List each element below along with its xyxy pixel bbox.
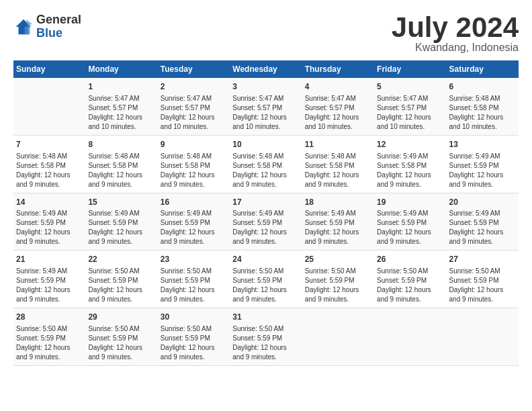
title-block: July 2024 Kwandang, Indonesia <box>392 13 519 54</box>
calendar-cell: 6Sunrise: 5:48 AM Sunset: 5:58 PM Daylig… <box>447 78 519 135</box>
calendar-cell <box>374 308 446 366</box>
day-number: 24 <box>232 254 299 265</box>
day-info: Sunrise: 5:49 AM Sunset: 5:59 PM Dayligh… <box>377 209 443 246</box>
logo-general-text: General <box>36 13 81 27</box>
day-number: 25 <box>305 254 371 265</box>
calendar-week-row: 1Sunrise: 5:47 AM Sunset: 5:57 PM Daylig… <box>13 78 519 135</box>
month-title: July 2024 <box>392 13 519 42</box>
calendar-cell: 29Sunrise: 5:50 AM Sunset: 5:59 PM Dayli… <box>85 308 157 366</box>
calendar-cell: 8Sunrise: 5:48 AM Sunset: 5:58 PM Daylig… <box>85 135 157 193</box>
day-info: Sunrise: 5:50 AM Sunset: 5:59 PM Dayligh… <box>88 267 154 304</box>
calendar-cell: 7Sunrise: 5:48 AM Sunset: 5:58 PM Daylig… <box>13 135 85 193</box>
calendar-cell: 9Sunrise: 5:48 AM Sunset: 5:58 PM Daylig… <box>158 135 230 193</box>
day-number: 23 <box>161 254 227 265</box>
day-number: 18 <box>305 197 371 208</box>
calendar-cell: 11Sunrise: 5:48 AM Sunset: 5:58 PM Dayli… <box>302 135 374 193</box>
day-number: 29 <box>88 312 154 323</box>
day-info: Sunrise: 5:50 AM Sunset: 5:59 PM Dayligh… <box>232 324 299 362</box>
day-number: 4 <box>305 81 371 93</box>
calendar-cell: 3Sunrise: 5:47 AM Sunset: 5:57 PM Daylig… <box>230 78 302 135</box>
day-info: Sunrise: 5:48 AM Sunset: 5:58 PM Dayligh… <box>88 152 154 189</box>
calendar-cell: 10Sunrise: 5:48 AM Sunset: 5:58 PM Dayli… <box>230 135 302 193</box>
day-number: 13 <box>449 139 516 150</box>
day-number: 22 <box>88 254 154 265</box>
calendar-week-row: 28Sunrise: 5:50 AM Sunset: 5:59 PM Dayli… <box>13 308 519 366</box>
day-info: Sunrise: 5:49 AM Sunset: 5:59 PM Dayligh… <box>16 209 83 246</box>
calendar-cell: 15Sunrise: 5:49 AM Sunset: 5:59 PM Dayli… <box>85 193 157 250</box>
calendar-cell: 2Sunrise: 5:47 AM Sunset: 5:57 PM Daylig… <box>158 78 230 135</box>
day-info: Sunrise: 5:50 AM Sunset: 5:59 PM Dayligh… <box>377 267 443 304</box>
weekday-header: Thursday <box>302 60 374 78</box>
weekday-header: Sunday <box>13 60 85 78</box>
calendar-cell: 30Sunrise: 5:50 AM Sunset: 5:59 PM Dayli… <box>158 308 230 366</box>
weekday-header: Monday <box>85 60 157 78</box>
calendar-cell: 22Sunrise: 5:50 AM Sunset: 5:59 PM Dayli… <box>85 250 157 308</box>
day-number: 27 <box>449 254 516 265</box>
calendar-week-row: 7Sunrise: 5:48 AM Sunset: 5:58 PM Daylig… <box>13 135 519 193</box>
day-number: 20 <box>449 197 516 208</box>
day-info: Sunrise: 5:50 AM Sunset: 5:59 PM Dayligh… <box>449 267 516 304</box>
day-info: Sunrise: 5:50 AM Sunset: 5:59 PM Dayligh… <box>305 267 371 304</box>
day-info: Sunrise: 5:47 AM Sunset: 5:57 PM Dayligh… <box>305 94 371 132</box>
calendar-cell: 21Sunrise: 5:49 AM Sunset: 5:59 PM Dayli… <box>13 250 85 308</box>
day-info: Sunrise: 5:50 AM Sunset: 5:59 PM Dayligh… <box>161 324 227 362</box>
day-info: Sunrise: 5:48 AM Sunset: 5:58 PM Dayligh… <box>161 152 227 189</box>
weekday-header: Wednesday <box>230 60 302 78</box>
weekday-header: Friday <box>374 60 446 78</box>
calendar-cell: 26Sunrise: 5:50 AM Sunset: 5:59 PM Dayli… <box>374 250 446 308</box>
calendar-table: SundayMondayTuesdayWednesdayThursdayFrid… <box>13 60 519 366</box>
day-number: 10 <box>232 139 299 150</box>
weekday-header: Tuesday <box>158 60 230 78</box>
day-number: 8 <box>88 139 154 150</box>
day-number: 2 <box>161 81 227 93</box>
day-info: Sunrise: 5:50 AM Sunset: 5:59 PM Dayligh… <box>161 267 227 304</box>
calendar-cell: 13Sunrise: 5:49 AM Sunset: 5:59 PM Dayli… <box>447 135 519 193</box>
calendar-cell: 24Sunrise: 5:50 AM Sunset: 5:59 PM Dayli… <box>230 250 302 308</box>
day-info: Sunrise: 5:48 AM Sunset: 5:58 PM Dayligh… <box>16 152 83 189</box>
day-number: 9 <box>161 139 227 150</box>
day-info: Sunrise: 5:49 AM Sunset: 5:59 PM Dayligh… <box>449 152 516 189</box>
day-info: Sunrise: 5:50 AM Sunset: 5:59 PM Dayligh… <box>88 324 154 362</box>
calendar-cell: 31Sunrise: 5:50 AM Sunset: 5:59 PM Dayli… <box>230 308 302 366</box>
day-info: Sunrise: 5:48 AM Sunset: 5:58 PM Dayligh… <box>305 152 371 189</box>
day-info: Sunrise: 5:48 AM Sunset: 5:58 PM Dayligh… <box>232 152 299 189</box>
calendar-cell: 17Sunrise: 5:49 AM Sunset: 5:59 PM Dayli… <box>230 193 302 250</box>
location: Kwandang, Indonesia <box>392 42 519 54</box>
day-info: Sunrise: 5:49 AM Sunset: 5:59 PM Dayligh… <box>449 209 516 246</box>
calendar-cell <box>447 308 519 366</box>
day-info: Sunrise: 5:48 AM Sunset: 5:58 PM Dayligh… <box>449 94 516 132</box>
day-number: 3 <box>232 81 299 93</box>
logo-text: General Blue <box>36 13 81 40</box>
day-info: Sunrise: 5:47 AM Sunset: 5:57 PM Dayligh… <box>88 94 154 132</box>
calendar-week-row: 14Sunrise: 5:49 AM Sunset: 5:59 PM Dayli… <box>13 193 519 250</box>
day-number: 28 <box>16 312 83 323</box>
day-info: Sunrise: 5:49 AM Sunset: 5:59 PM Dayligh… <box>161 209 227 246</box>
day-number: 30 <box>161 312 227 323</box>
weekday-header-row: SundayMondayTuesdayWednesdayThursdayFrid… <box>13 60 519 78</box>
day-info: Sunrise: 5:47 AM Sunset: 5:57 PM Dayligh… <box>232 94 299 132</box>
calendar-cell: 28Sunrise: 5:50 AM Sunset: 5:59 PM Dayli… <box>13 308 85 366</box>
logo-blue-text: Blue <box>36 27 81 40</box>
day-info: Sunrise: 5:47 AM Sunset: 5:57 PM Dayligh… <box>161 94 227 132</box>
calendar-cell: 16Sunrise: 5:49 AM Sunset: 5:59 PM Dayli… <box>158 193 230 250</box>
calendar-cell: 5Sunrise: 5:47 AM Sunset: 5:57 PM Daylig… <box>374 78 446 135</box>
calendar-cell: 23Sunrise: 5:50 AM Sunset: 5:59 PM Dayli… <box>158 250 230 308</box>
calendar-cell: 18Sunrise: 5:49 AM Sunset: 5:59 PM Dayli… <box>302 193 374 250</box>
page-header: General Blue July 2024 Kwandang, Indones… <box>13 13 519 54</box>
day-number: 5 <box>377 81 443 93</box>
calendar-cell: 14Sunrise: 5:49 AM Sunset: 5:59 PM Dayli… <box>13 193 85 250</box>
day-number: 6 <box>449 81 516 93</box>
calendar-cell <box>302 308 374 366</box>
calendar-cell: 19Sunrise: 5:49 AM Sunset: 5:59 PM Dayli… <box>374 193 446 250</box>
day-info: Sunrise: 5:49 AM Sunset: 5:58 PM Dayligh… <box>377 152 443 189</box>
day-info: Sunrise: 5:49 AM Sunset: 5:59 PM Dayligh… <box>232 209 299 246</box>
calendar-cell <box>13 78 85 135</box>
calendar-cell: 1Sunrise: 5:47 AM Sunset: 5:57 PM Daylig… <box>85 78 157 135</box>
day-info: Sunrise: 5:50 AM Sunset: 5:59 PM Dayligh… <box>16 324 83 362</box>
calendar-week-row: 21Sunrise: 5:49 AM Sunset: 5:59 PM Dayli… <box>13 250 519 308</box>
calendar-cell: 12Sunrise: 5:49 AM Sunset: 5:58 PM Dayli… <box>374 135 446 193</box>
day-info: Sunrise: 5:47 AM Sunset: 5:57 PM Dayligh… <box>377 94 443 132</box>
logo: General Blue <box>13 13 81 40</box>
calendar-cell: 4Sunrise: 5:47 AM Sunset: 5:57 PM Daylig… <box>302 78 374 135</box>
logo-icon <box>13 17 34 37</box>
